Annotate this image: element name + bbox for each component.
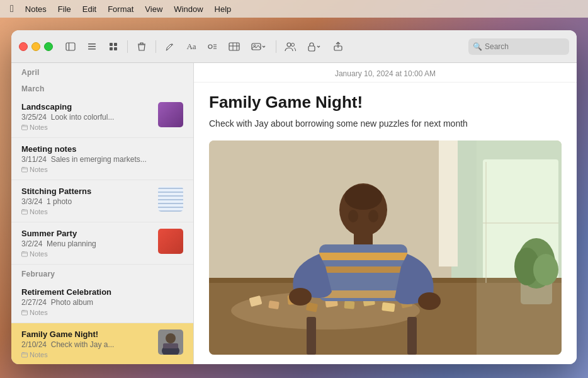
menu-bar:  Notes File Edit Format View Window Hel… [0, 0, 588, 18]
svg-point-30 [166, 333, 176, 343]
note-title: Meeting notes [21, 144, 183, 154]
note-title: Landscaping [21, 102, 152, 112]
grid-view-button[interactable] [105, 38, 122, 55]
note-text-landscaping: Landscaping 3/25/24 Look into colorful..… [21, 102, 152, 131]
note-title: Summer Party [21, 229, 152, 238]
share-button[interactable] [329, 38, 347, 55]
media-button[interactable] [247, 38, 271, 55]
content-area: April March Landscaping 3/25/24 Look int… [11, 63, 577, 364]
note-item-retirement[interactable]: Retirement Celebration 2/27/24 Photo alb… [11, 281, 193, 323]
note-item-summer[interactable]: Summer Party 3/2/24 Menu planning Notes [11, 222, 193, 265]
menu-edit[interactable]: Edit [77, 3, 101, 15]
svg-rect-62 [307, 317, 316, 355]
svg-point-61 [344, 185, 382, 210]
svg-rect-70 [477, 140, 562, 355]
svg-point-59 [348, 210, 358, 222]
checklist-icon [208, 42, 218, 52]
note-main-title: Family Game Night! [209, 93, 562, 112]
note-title: Family Game Night! [21, 329, 152, 339]
note-folder: Notes [21, 250, 152, 258]
svg-rect-56 [319, 290, 407, 298]
note-image[interactable] [209, 140, 562, 355]
close-button[interactable] [19, 42, 28, 51]
note-text-meeting: Meeting notes 3/11/24 Sales in emerging … [21, 144, 183, 173]
svg-rect-13 [229, 43, 239, 50]
note-meta: 3/2/24 Menu planning [21, 239, 152, 248]
grid-icon [108, 42, 118, 52]
note-main-body: Check with Jay about borrowing some new … [209, 117, 562, 130]
svg-point-20 [291, 43, 295, 46]
section-header-march: March [11, 79, 193, 96]
note-text-retirement: Retirement Celebration 2/27/24 Photo alb… [21, 287, 183, 316]
menu-format[interactable]: Format [103, 3, 139, 15]
svg-rect-55 [319, 279, 407, 285]
note-meta: 2/10/24 Check with Jay a... [21, 340, 152, 349]
note-folder: Notes [21, 309, 183, 316]
sidebar-toggle-button[interactable] [62, 38, 79, 55]
svg-rect-42 [268, 301, 280, 309]
list-view-button[interactable] [83, 38, 101, 55]
checklist-button[interactable] [204, 38, 222, 55]
note-item-family-game-night[interactable]: Family Game Night! 2/10/24 Check with Ja… [11, 323, 193, 364]
note-meta: 2/27/24 Photo album [21, 298, 183, 307]
svg-rect-7 [110, 47, 113, 50]
table-button[interactable] [225, 38, 243, 55]
menu-view[interactable]: View [140, 3, 167, 15]
svg-rect-37 [439, 140, 458, 266]
photo-icon [251, 42, 261, 52]
note-date: January 10, 2024 at 10:00 AM [335, 69, 436, 78]
note-item-landscaping[interactable]: Landscaping 3/25/24 Look into colorful..… [11, 96, 193, 138]
chevron-down-icon [261, 44, 266, 49]
separator-2 [155, 40, 156, 53]
new-note-button[interactable] [161, 38, 179, 55]
minimize-button[interactable] [31, 42, 40, 51]
svg-rect-0 [66, 43, 75, 50]
svg-point-18 [254, 45, 256, 47]
apple-menu[interactable]:  [5, 2, 19, 16]
chevron-down-icon-lock [316, 44, 321, 49]
svg-rect-28 [22, 353, 28, 357]
svg-rect-3 [88, 46, 96, 47]
svg-rect-5 [110, 43, 113, 46]
note-thumbnail-landscaping [158, 102, 183, 127]
text-format-button[interactable]: Aa [183, 38, 200, 55]
compose-icon [165, 42, 175, 52]
svg-point-58 [418, 292, 441, 310]
maximize-button[interactable] [44, 42, 53, 51]
note-folder: Notes [21, 123, 152, 131]
lock-icon [307, 42, 316, 52]
svg-rect-48 [382, 302, 395, 312]
note-thumbnail-stitching [158, 186, 183, 212]
note-thumbnail-family [158, 329, 183, 355]
note-date-bar: January 10, 2024 at 10:00 AM [194, 63, 577, 83]
search-input[interactable] [468, 38, 569, 55]
note-main: January 10, 2024 at 10:00 AM Family Game… [194, 63, 577, 364]
note-title: Retirement Celebration [21, 287, 183, 297]
svg-rect-2 [88, 43, 96, 45]
delete-button[interactable] [133, 38, 150, 55]
svg-rect-6 [114, 43, 117, 46]
svg-rect-53 [319, 253, 407, 260]
menu-help[interactable]: Help [210, 3, 237, 15]
lock-button[interactable] [303, 38, 325, 55]
note-folder: Notes [21, 351, 152, 358]
svg-rect-8 [114, 47, 117, 50]
note-item-stitching[interactable]: Stitching Patterns 3/3/24 1 photo Notes [11, 180, 193, 222]
note-text-stitching: Stitching Patterns 3/3/24 1 photo Notes [21, 186, 152, 215]
note-item-meeting[interactable]: Meeting notes 3/11/24 Sales in emerging … [11, 138, 193, 180]
menu-window[interactable]: Window [169, 3, 208, 15]
sidebar-icon [65, 42, 76, 52]
toolbar: Aa [11, 30, 577, 63]
notes-window: Aa [11, 30, 577, 364]
section-header-february: February [11, 265, 193, 281]
note-content-area[interactable]: Family Game Night! Check with Jay about … [194, 83, 577, 364]
note-text-family: Family Game Night! 2/10/24 Check with Ja… [21, 329, 152, 358]
table-icon [229, 42, 240, 52]
trash-icon [137, 42, 147, 52]
note-folder: Notes [21, 166, 183, 173]
menu-file[interactable]: File [53, 3, 76, 15]
collaborate-button[interactable] [281, 38, 299, 55]
note-folder: Notes [21, 208, 152, 215]
menu-notes[interactable]: Notes [20, 3, 52, 15]
note-meta: 3/3/24 1 photo [21, 197, 152, 206]
